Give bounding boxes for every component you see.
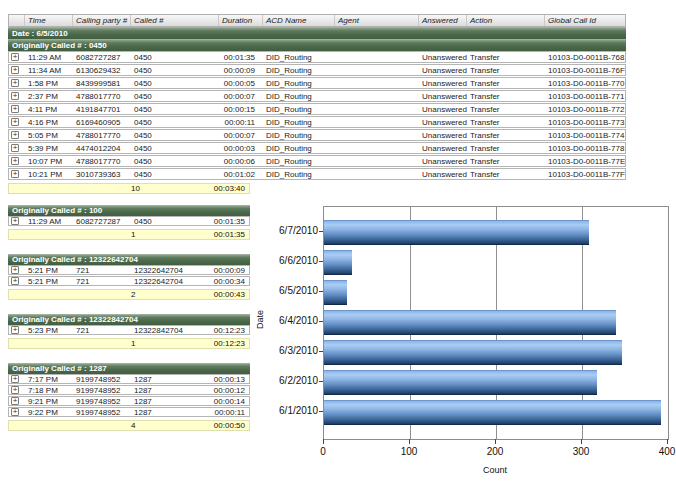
cell-duration: 00:00:11 <box>219 118 263 127</box>
expand-icon[interactable]: + <box>11 118 19 126</box>
group-header: Originally Called # : 100 <box>8 205 250 216</box>
expand-icon[interactable]: + <box>11 105 19 113</box>
expand-icon[interactable]: + <box>11 144 19 152</box>
cell-calling-party: 9199748952 <box>73 397 131 406</box>
expand-cell: + <box>9 105 25 113</box>
cell-duration: 00:00:09 <box>219 66 263 75</box>
cell-answered: Unanswered <box>419 92 467 101</box>
table-row: +5:23 PM7211232284270400:12:23 <box>8 325 250 335</box>
expand-cell: + <box>9 397 25 405</box>
cell-time: 1:58 PM <box>25 79 73 88</box>
expand-cell: + <box>9 92 25 100</box>
cell-duration: 00:00:12 <box>193 386 249 395</box>
expand-icon[interactable]: + <box>11 375 19 383</box>
table-row: +7:18 PM9199748952128700:00:12 <box>8 385 250 395</box>
expand-icon[interactable]: + <box>11 326 19 334</box>
cell-duration: 00:00:15 <box>219 105 263 114</box>
cell-global-call-id: 10103-D0-0011B-768 <box>545 53 625 62</box>
cell-called: 1287 <box>131 397 193 406</box>
cell-acd-name: DID_Routing <box>263 157 335 166</box>
expand-icon[interactable]: + <box>11 53 19 61</box>
y-tick-label: 6/5/2010 <box>250 285 318 297</box>
cell-global-call-id: 10103-D0-0011B-778 <box>545 144 625 153</box>
expand-cell: + <box>9 266 25 274</box>
expand-icon[interactable]: + <box>11 79 19 87</box>
expand-cell: + <box>9 217 25 225</box>
table-row: +10:07 PM4788017770045000:00:06DID_Routi… <box>8 155 626 167</box>
cell-acd-name: DID_Routing <box>263 92 335 101</box>
column-header-called: Called # <box>131 15 219 26</box>
expand-cell: + <box>9 157 25 165</box>
x-tick-label: 200 <box>475 446 515 457</box>
cell-calling-party: 4788017770 <box>73 131 131 140</box>
expand-column-header <box>9 15 25 26</box>
expand-icon[interactable]: + <box>11 277 19 285</box>
expand-cell: + <box>9 53 25 61</box>
column-header-action: Action <box>467 15 545 26</box>
cell-called: 1287 <box>131 386 193 395</box>
cell-action: Transfer <box>467 170 545 179</box>
expand-icon[interactable]: + <box>11 397 19 405</box>
expand-cell: + <box>9 326 25 334</box>
call-group-section: Originally Called # : 100+11:29 AM608272… <box>8 205 250 240</box>
x-axis-tick <box>409 439 410 444</box>
cell-duration: 00:00:09 <box>193 266 249 275</box>
expand-icon[interactable]: + <box>11 408 19 416</box>
cell-action: Transfer <box>467 118 545 127</box>
expand-cell: + <box>9 79 25 87</box>
table-row: +4:11 PM4191847701045000:00:15DID_Routin… <box>8 103 626 115</box>
cell-duration: 00:12:23 <box>193 326 249 335</box>
x-axis-tick <box>495 439 496 444</box>
cell-acd-name: DID_Routing <box>263 170 335 179</box>
cell-called: 12322842704 <box>131 326 193 335</box>
group-header: Originally Called # : 12322842704 <box>8 314 250 325</box>
expand-icon[interactable]: + <box>11 386 19 394</box>
table-row: +9:22 PM9199748952128700:00:11 <box>8 407 250 417</box>
cell-time: 9:22 PM <box>25 408 73 417</box>
summary-count: 4 <box>129 421 193 430</box>
cell-calling-party: 9199748952 <box>73 386 131 395</box>
cell-duration: 00:00:34 <box>193 277 249 286</box>
cell-global-call-id: 10103-D0-0011B-76F <box>545 66 625 75</box>
expand-icon[interactable]: + <box>11 170 19 178</box>
calls-by-date-bar-chart: Date Count 01002003004006/7/20106/6/2010… <box>250 196 676 485</box>
cell-answered: Unanswered <box>419 66 467 75</box>
y-tick-label: 6/3/2010 <box>250 345 318 357</box>
cell-action: Transfer <box>467 157 545 166</box>
cell-action: Transfer <box>467 53 545 62</box>
y-axis-tick <box>319 381 323 382</box>
cell-acd-name: DID_Routing <box>263 131 335 140</box>
cell-called: 0450 <box>131 118 219 127</box>
group-summary-row: 400:00:50 <box>8 420 250 431</box>
expand-icon[interactable]: + <box>11 66 19 74</box>
expand-icon[interactable]: + <box>11 217 19 225</box>
cell-calling-party: 6082727287 <box>73 217 131 226</box>
cell-acd-name: DID_Routing <box>263 79 335 88</box>
cell-calling-party: 4788017770 <box>73 157 131 166</box>
x-axis-tick <box>667 439 668 444</box>
call-group-section: Originally Called # : 12322842704+5:23 P… <box>8 314 250 349</box>
column-header-acd-name: ACD Name <box>263 15 335 26</box>
cell-global-call-id: 10103-D0-0011B-772 <box>545 105 625 114</box>
call-detail-table: TimeCalling party #Called #DurationACD N… <box>8 14 626 194</box>
expand-icon[interactable]: + <box>11 92 19 100</box>
expand-icon[interactable]: + <box>11 157 19 165</box>
cell-duration: 00:00:14 <box>193 397 249 406</box>
y-axis-tick <box>319 351 323 352</box>
cell-action: Transfer <box>467 92 545 101</box>
table-row: +10:21 PM3010739363045000:01:02DID_Routi… <box>8 168 626 180</box>
cell-time: 4:16 PM <box>25 118 73 127</box>
cell-calling-party: 6130629432 <box>73 66 131 75</box>
cell-duration: 00:00:07 <box>219 92 263 101</box>
cell-time: 4:11 PM <box>25 105 73 114</box>
cell-acd-name: DID_Routing <box>263 144 335 153</box>
group-header: Originally Called # : 12322642704 <box>8 254 250 265</box>
cell-acd-name: DID_Routing <box>263 66 335 75</box>
expand-cell: + <box>9 277 25 285</box>
cell-called: 0450 <box>131 53 219 62</box>
cell-duration: 00:00:03 <box>219 144 263 153</box>
expand-icon[interactable]: + <box>11 131 19 139</box>
cell-calling-party: 4788017770 <box>73 92 131 101</box>
expand-icon[interactable]: + <box>11 266 19 274</box>
cell-duration: 00:00:13 <box>193 375 249 384</box>
